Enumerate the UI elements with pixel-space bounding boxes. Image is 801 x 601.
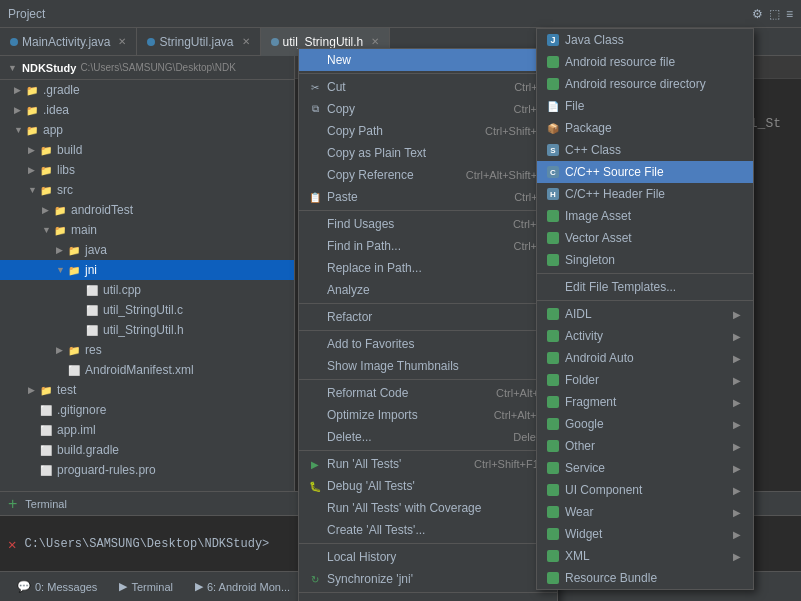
tab-close-1[interactable]: ✕ [242, 36, 250, 47]
tree-androidtest[interactable]: ▶ 📁 androidTest [0, 200, 294, 220]
menu-resource-bundle[interactable]: Resource Bundle [537, 567, 753, 589]
menu-copy-path[interactable]: Copy Path Ctrl+Shift+C [299, 120, 557, 142]
menu-reformat[interactable]: Reformat Code Ctrl+Alt+L [299, 382, 557, 404]
menu-android-resource-dir[interactable]: Android resource directory [537, 73, 753, 95]
tree-proguard[interactable]: ⬜ proguard-rules.pro [0, 460, 294, 480]
folder-icon-androidtest: 📁 [52, 203, 68, 217]
menu-cut[interactable]: ✂ Cut Ctrl+X [299, 76, 557, 98]
sep-1 [299, 73, 557, 74]
status-tab-terminal[interactable]: ▶ Terminal [110, 576, 182, 597]
menu-widget[interactable]: Widget ▶ [537, 523, 753, 545]
wear-arrow: ▶ [733, 507, 741, 518]
tree-idea[interactable]: ▶ 📁 .idea [0, 100, 294, 120]
menu-other[interactable]: Other ▶ [537, 435, 753, 457]
tree-test[interactable]: ▶ 📁 test [0, 380, 294, 400]
menu-wear[interactable]: Wear ▶ [537, 501, 753, 523]
tree-src[interactable]: ▼ 📁 src [0, 180, 294, 200]
folder-icon-res: 📁 [66, 343, 82, 357]
menu-cpp-header[interactable]: H C/C++ Header File [537, 183, 753, 205]
tab-close-0[interactable]: ✕ [118, 36, 126, 47]
tree-manifest[interactable]: ⬜ AndroidManifest.xml [0, 360, 294, 380]
menu-refactor[interactable]: Refactor ▶ [299, 306, 557, 328]
menu-analyze[interactable]: Analyze ▶ [299, 279, 557, 301]
layout-icon[interactable]: ⬚ [769, 7, 780, 21]
tab-close-2[interactable]: ✕ [371, 36, 379, 47]
folder-arrow: ▶ [733, 375, 741, 386]
menu-xml[interactable]: XML ▶ [537, 545, 753, 567]
menu-copy[interactable]: ⧉ Copy Ctrl+C [299, 98, 557, 120]
menu-add-favorites[interactable]: Add to Favorites [299, 333, 557, 355]
menu-find-usages[interactable]: Find Usages Ctrl+G [299, 213, 557, 235]
aidl-icon [545, 307, 561, 321]
fragment-arrow: ▶ [733, 397, 741, 408]
menu-edit-templates[interactable]: Edit File Templates... [537, 276, 753, 298]
menu-activity[interactable]: Activity ▶ [537, 325, 753, 347]
tree-util-c[interactable]: ⬜ util_StringUtil.c [0, 300, 294, 320]
menu-package[interactable]: 📦 Package [537, 117, 753, 139]
menu-cpp-source[interactable]: C C/C++ Source File [537, 161, 753, 183]
tree-app[interactable]: ▼ 📁 app [0, 120, 294, 140]
menu-aidl[interactable]: AIDL ▶ [537, 303, 753, 325]
tab-stringutil[interactable]: StringUtil.java ✕ [137, 28, 260, 56]
sidebar-header: ▼ NDKStudy C:\Users\SAMSUNG\Desktop\NDK [0, 56, 294, 80]
other-icon [545, 439, 561, 453]
tree-util-h[interactable]: ⬜ util_StringUtil.h [0, 320, 294, 340]
terminal-add-icon[interactable]: + [8, 495, 17, 513]
folder-icon-main: 📁 [52, 223, 68, 237]
tree-label-libs: libs [57, 163, 75, 177]
menu-cpp-class[interactable]: S C++ Class [537, 139, 753, 161]
menu-delete[interactable]: Delete... Delete [299, 426, 557, 448]
tree-res[interactable]: ▶ 📁 res [0, 340, 294, 360]
menu-icon[interactable]: ≡ [786, 7, 793, 21]
menu-optimize[interactable]: Optimize Imports Ctrl+Alt+O [299, 404, 557, 426]
menu-create-tests[interactable]: Create 'All Tests'... [299, 519, 557, 541]
menu-paste[interactable]: 📋 Paste Ctrl+V [299, 186, 557, 208]
menu-folder[interactable]: Folder ▶ [537, 369, 753, 391]
menu-google[interactable]: Google ▶ [537, 413, 753, 435]
settings-icon[interactable]: ⚙ [752, 7, 763, 21]
tree-jni[interactable]: ▼ 📁 jni [0, 260, 294, 280]
tree-build[interactable]: ▶ 📁 build [0, 140, 294, 160]
menu-new[interactable]: New ▶ [299, 49, 557, 71]
menu-vector-asset[interactable]: Vector Asset [537, 227, 753, 249]
run-icon: ▶ [307, 457, 323, 471]
menu-android-resource-file[interactable]: Android resource file [537, 51, 753, 73]
tree-java[interactable]: ▶ 📁 java [0, 240, 294, 260]
terminal-icon: ▶ [119, 580, 127, 593]
terminal-prompt: C:\Users\SAMSUNG\Desktop\NDKStudy> [24, 537, 269, 551]
tree-gradle[interactable]: ▶ 📁 .gradle [0, 80, 294, 100]
menu-fragment[interactable]: Fragment ▶ [537, 391, 753, 413]
tree-build-gradle[interactable]: ⬜ build.gradle [0, 440, 294, 460]
status-tab-messages[interactable]: 💬 0: Messages [8, 576, 106, 597]
menu-run-tests[interactable]: ▶ Run 'All Tests' Ctrl+Shift+F10 [299, 453, 557, 475]
menu-singleton[interactable]: Singleton [537, 249, 753, 271]
menu-local-history[interactable]: Local History ▶ [299, 546, 557, 568]
menu-debug-tests[interactable]: 🐛 Debug 'All Tests' [299, 475, 557, 497]
menu-image-asset[interactable]: Image Asset [537, 205, 753, 227]
status-tab-android[interactable]: ▶ 6: Android Mon... [186, 576, 299, 597]
menu-show-explorer[interactable]: Show in Explorer [299, 595, 557, 601]
tree-iml[interactable]: ⬜ app.iml [0, 420, 294, 440]
find-path-icon [307, 239, 323, 253]
menu-android-auto[interactable]: Android Auto ▶ [537, 347, 753, 369]
tree-util-cpp[interactable]: ⬜ util.cpp [0, 280, 294, 300]
menu-run-coverage[interactable]: Run 'All Tests' with Coverage [299, 497, 557, 519]
tree-libs[interactable]: ▶ 📁 libs [0, 160, 294, 180]
menu-copy-ref[interactable]: Copy Reference Ctrl+Alt+Shift+C [299, 164, 557, 186]
menu-file[interactable]: 📄 File [537, 95, 753, 117]
menu-java-class[interactable]: J Java Class [537, 29, 753, 51]
tree-label-src: src [57, 183, 73, 197]
menu-find-path[interactable]: Find in Path... Ctrl+H [299, 235, 557, 257]
menu-replace-path[interactable]: Replace in Path... [299, 257, 557, 279]
folder-icon-test: 📁 [38, 383, 54, 397]
tree-main[interactable]: ▼ 📁 main [0, 220, 294, 240]
tree-label-util-h: util_StringUtil.h [103, 323, 184, 337]
menu-service[interactable]: Service ▶ [537, 457, 753, 479]
tab-mainactivity[interactable]: MainActivity.java ✕ [0, 28, 137, 56]
menu-image-thumbnails[interactable]: Show Image Thumbnails [299, 355, 557, 377]
gradle-file-icon: ⬜ [38, 443, 54, 457]
tree-gitignore[interactable]: ⬜ .gitignore [0, 400, 294, 420]
menu-ui-component[interactable]: UI Component ▶ [537, 479, 753, 501]
menu-copy-plain[interactable]: Copy as Plain Text [299, 142, 557, 164]
menu-synchronize[interactable]: ↻ Synchronize 'jni' [299, 568, 557, 590]
